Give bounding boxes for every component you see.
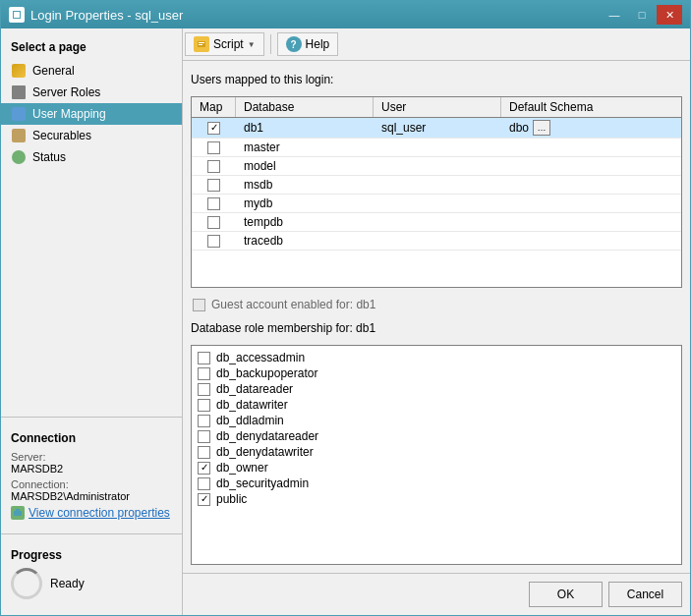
maximize-button[interactable]: □ — [629, 5, 655, 25]
user-mapping-icon — [11, 106, 27, 122]
role-checkbox-6[interactable] — [198, 446, 210, 459]
database-cell-6: tracedb — [236, 232, 374, 250]
progress-spinner — [11, 568, 42, 599]
ok-button[interactable]: OK — [529, 582, 603, 607]
sidebar-section-title: Select a page — [1, 36, 182, 60]
progress-content: Ready — [11, 568, 172, 599]
script-button[interactable]: Script ▼ — [185, 32, 264, 56]
map-cell-6[interactable] — [192, 233, 236, 250]
view-connection-link[interactable]: View connection properties — [11, 506, 172, 520]
schema-cell-5 — [501, 220, 681, 224]
database-cell-4: mydb — [236, 195, 374, 212]
role-item[interactable]: db_owner — [196, 460, 677, 476]
sidebar-label-server-roles: Server Roles — [32, 85, 100, 99]
table-row[interactable]: db1 sql_user dbo … — [192, 118, 681, 139]
map-checkbox-2[interactable] — [207, 160, 220, 173]
table-row[interactable]: tracedb — [192, 232, 681, 251]
schema-cell-3 — [501, 183, 681, 187]
sidebar-item-status[interactable]: Status — [1, 146, 182, 168]
schema-browse-0[interactable]: … — [533, 120, 550, 136]
role-checkbox-7[interactable] — [198, 462, 210, 475]
map-checkbox-6[interactable] — [207, 235, 220, 248]
securables-icon — [11, 128, 27, 143]
role-label-0: db_accessadmin — [216, 351, 305, 364]
sidebar-item-general[interactable]: General — [1, 60, 182, 82]
toolbar-divider — [270, 34, 271, 54]
map-cell-1[interactable] — [192, 140, 236, 156]
user-cell-5 — [374, 220, 501, 224]
role-label-4: db_ddladmin — [216, 414, 284, 427]
schema-cell-0: dbo … — [501, 118, 681, 138]
role-item[interactable]: db_backupoperator — [196, 365, 677, 381]
help-button[interactable]: ? Help — [277, 32, 339, 56]
role-item[interactable]: db_datareader — [196, 381, 677, 397]
guest-checkbox[interactable] — [193, 299, 205, 311]
progress-title: Progress — [11, 548, 172, 562]
map-checkbox-4[interactable] — [207, 197, 220, 210]
sidebar-item-securables[interactable]: Securables — [1, 125, 182, 146]
role-checkbox-3[interactable] — [198, 399, 210, 412]
role-checkbox-5[interactable] — [198, 430, 210, 443]
view-connection-text: View connection properties — [29, 506, 170, 520]
table-row[interactable]: msdb — [192, 176, 681, 195]
user-cell-2 — [374, 164, 501, 168]
map-checkbox-1[interactable] — [207, 141, 220, 154]
connection-title: Connection — [11, 431, 172, 445]
role-checkbox-2[interactable] — [198, 383, 210, 396]
role-item[interactable]: db_accessadmin — [196, 350, 677, 365]
server-label: Server: — [11, 451, 172, 463]
role-item[interactable]: db_ddladmin — [196, 413, 677, 428]
window-body: Select a page General Server Roles User … — [1, 28, 690, 615]
role-item[interactable]: db_securityadmin — [196, 476, 677, 491]
table-row[interactable]: master — [192, 139, 681, 157]
role-checkbox-0[interactable] — [198, 352, 210, 364]
role-item[interactable]: db_datawriter — [196, 397, 677, 413]
database-cell-2: model — [236, 157, 374, 175]
cancel-button[interactable]: Cancel — [608, 582, 682, 607]
role-item[interactable]: db_denydatareader — [196, 428, 677, 444]
role-checkbox-1[interactable] — [198, 367, 210, 380]
col-header-schema: Default Schema — [501, 97, 681, 117]
role-label-6: db_denydatawriter — [216, 445, 314, 459]
map-cell-2[interactable] — [192, 158, 236, 175]
map-cell-0[interactable] — [192, 120, 236, 137]
toolbar: Script ▼ ? Help — [183, 28, 690, 61]
guest-label: Guest account enabled for: db1 — [211, 298, 375, 311]
server-value: MARSDB2 — [11, 463, 172, 475]
database-cell-5: tempdb — [236, 213, 374, 231]
schema-cell-2 — [501, 164, 681, 168]
sidebar-item-server-roles[interactable]: Server Roles — [1, 82, 182, 103]
table-row[interactable]: tempdb — [192, 213, 681, 232]
map-checkbox-0[interactable] — [207, 122, 220, 135]
schema-cell-6 — [501, 239, 681, 243]
script-icon — [194, 36, 209, 52]
role-label-9: public — [216, 492, 247, 506]
table-header: Map Database User Default Schema — [192, 97, 681, 118]
sidebar-label-user-mapping: User Mapping — [32, 107, 106, 121]
role-item[interactable]: db_denydatawriter — [196, 444, 677, 460]
script-dropdown-arrow: ▼ — [248, 40, 256, 49]
role-label-1: db_backupoperator — [216, 366, 317, 380]
role-checkbox-4[interactable] — [198, 415, 210, 427]
database-cell-1: master — [236, 139, 374, 156]
user-cell-4 — [374, 201, 501, 205]
map-cell-3[interactable] — [192, 177, 236, 194]
title-bar: Login Properties - sql_user — □ ✕ — [1, 1, 690, 28]
role-label-8: db_securityadmin — [216, 476, 309, 490]
minimize-button[interactable]: — — [602, 5, 627, 25]
table-row[interactable]: mydb — [192, 195, 681, 213]
sidebar-item-user-mapping[interactable]: User Mapping — [1, 103, 182, 125]
map-cell-4[interactable] — [192, 196, 236, 212]
user-cell-1 — [374, 145, 501, 149]
role-checkbox-8[interactable] — [198, 477, 210, 490]
help-label: Help — [306, 37, 330, 51]
users-table: Map Database User Default Schema db1 sql… — [191, 96, 682, 288]
role-item[interactable]: public — [196, 491, 677, 507]
role-checkbox-9[interactable] — [198, 493, 210, 506]
users-section-label: Users mapped to this login: — [191, 73, 682, 86]
map-checkbox-3[interactable] — [207, 179, 220, 192]
map-checkbox-5[interactable] — [207, 216, 220, 229]
table-row[interactable]: model — [192, 157, 681, 176]
map-cell-5[interactable] — [192, 214, 236, 231]
close-button[interactable]: ✕ — [657, 5, 682, 25]
